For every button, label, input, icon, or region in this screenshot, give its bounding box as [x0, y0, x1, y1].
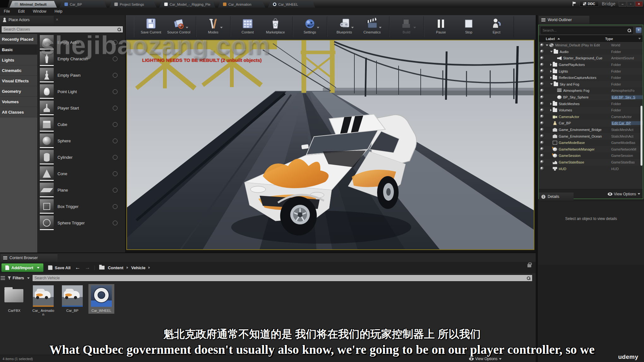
- lock-icon[interactable]: [527, 264, 531, 267]
- outliner-row-game-environment-bridge[interactable]: Game_Environment_BridgeStaticMeshAct: [539, 127, 643, 133]
- type-column-header[interactable]: Type: [605, 37, 613, 41]
- filters-button[interactable]: Filters: [8, 276, 30, 280]
- edit-asset-link[interactable]: Edit Car_BP: [611, 121, 643, 125]
- outliner-row-car-bp[interactable]: Car_BPEdit Car_BP: [539, 120, 643, 127]
- outliner-row-gamesession[interactable]: GameSessionGameSession: [539, 152, 643, 159]
- visibility-eye-icon[interactable]: [540, 63, 544, 67]
- back-arrow-button[interactable]: ←: [75, 264, 80, 271]
- ddc-button[interactable]: DDC: [580, 1, 599, 7]
- settings-button[interactable]: Settings: [296, 16, 324, 37]
- world-outliner-tab[interactable]: World Outliner: [539, 16, 589, 24]
- forward-arrow-button[interactable]: →: [85, 264, 90, 271]
- drag-handle-icon[interactable]: [113, 73, 117, 78]
- place-item-point-light[interactable]: Point Light: [39, 83, 125, 100]
- close-icon[interactable]: ✕: [56, 18, 58, 22]
- restore-button[interactable]: ▫: [627, 1, 635, 7]
- visibility-eye-icon[interactable]: [540, 141, 544, 145]
- breadcrumb-vehicle[interactable]: Vehicle: [131, 265, 146, 270]
- label-column-header[interactable]: Label: [546, 37, 555, 41]
- place-item-box-trigger[interactable]: Box Trigger: [39, 198, 125, 215]
- category-visual-effects[interactable]: Visual Effects: [0, 76, 37, 86]
- outliner-row-sky-and-fog[interactable]: Sky and FogFolder: [539, 81, 643, 88]
- outliner-row-minimal-default-play-in-edit[interactable]: Minimal_Default (Play In EditWorld: [539, 42, 643, 49]
- place-item-sphere[interactable]: Sphere: [39, 133, 125, 149]
- category-basic[interactable]: Basic: [0, 45, 37, 55]
- drag-handle-icon[interactable]: [113, 221, 117, 225]
- outliner-row-volumes[interactable]: VolumesFolder: [539, 107, 643, 114]
- category-all-classes[interactable]: All Classes: [0, 107, 37, 117]
- visibility-eye-icon[interactable]: [540, 95, 544, 99]
- sources-panel-icon[interactable]: [1, 276, 5, 280]
- place-item-cube[interactable]: Cube: [39, 116, 125, 133]
- outliner-view-options[interactable]: View Options: [614, 192, 636, 196]
- outliner-row-atmospheric-fog[interactable]: Atmospheric FogAtmosphericFo: [539, 87, 643, 94]
- save-all-button[interactable]: Save All: [48, 265, 70, 270]
- visibility-eye-icon[interactable]: [540, 154, 544, 158]
- close-button[interactable]: ✕: [635, 1, 643, 7]
- place-item-cylinder[interactable]: Cylinder: [39, 149, 125, 165]
- menu-window[interactable]: Window: [33, 9, 46, 14]
- outliner-row-audio[interactable]: AudioFolder: [539, 49, 643, 55]
- asset-car-wheel[interactable]: Car_WHEEL: [88, 284, 114, 314]
- drag-handle-icon[interactable]: [113, 122, 117, 127]
- visibility-eye-icon[interactable]: [540, 76, 544, 80]
- visibility-eye-icon[interactable]: [540, 115, 544, 119]
- details-tab[interactable]: i Details: [539, 193, 574, 201]
- drag-handle-icon[interactable]: [113, 106, 117, 110]
- place-item-cone[interactable]: Cone: [39, 165, 125, 182]
- content-view-options[interactable]: View Options: [469, 357, 502, 361]
- outliner-row-reflectioncaptureactors[interactable]: ReflectionCaptureActorsFolder: [539, 74, 643, 81]
- cinematics-button[interactable]: Cinematics: [358, 16, 386, 37]
- visibility-eye-icon[interactable]: [540, 134, 544, 138]
- expander-icon[interactable]: [550, 83, 553, 85]
- asset-car-animation[interactable]: Car_ Animation: [30, 284, 56, 317]
- category-recently-placed[interactable]: Recently Placed: [0, 34, 37, 45]
- category-lights[interactable]: Lights: [0, 55, 37, 65]
- chevron-down-icon[interactable]: [638, 38, 641, 39]
- outliner-row-gameplayactors[interactable]: GamePlayActorsFolder: [539, 62, 643, 68]
- drag-handle-icon[interactable]: [113, 188, 117, 193]
- tab-minimal-default[interactable]: Minimal_Default: [9, 1, 57, 8]
- outliner-row-gamenetworkmanager[interactable]: GameNetworkManagerGameNetworkM: [539, 146, 643, 153]
- outliner-row-hud[interactable]: HUDHUD: [539, 165, 643, 172]
- drag-handle-icon[interactable]: [113, 171, 117, 176]
- menu-file[interactable]: File: [4, 9, 10, 14]
- outliner-row-starter-background-cue[interactable]: Starter_Background_CueAmbientSound: [539, 55, 643, 62]
- place-actors-tab[interactable]: Place Actors: [0, 16, 54, 24]
- place-item-sphere-trigger[interactable]: Sphere Trigger: [39, 215, 125, 231]
- outliner-row-game-environment-ocean[interactable]: Game_Environment_OceanStaticMeshAct: [539, 133, 643, 139]
- visibility-eye-icon[interactable]: [540, 89, 544, 93]
- visibility-eye-icon[interactable]: [540, 56, 544, 60]
- tab-car-model-rigging-ple[interactable]: Car_Model_-_Rigging_Ple: [159, 1, 215, 8]
- place-item-empty-pawn[interactable]: Empty Pawn: [39, 67, 125, 83]
- asset-search-input[interactable]: [34, 276, 527, 280]
- visibility-eye-icon[interactable]: [540, 102, 544, 106]
- expander-icon[interactable]: [550, 103, 552, 105]
- visibility-eye-icon[interactable]: [540, 50, 544, 54]
- place-item-player-start[interactable]: Player Start: [39, 100, 125, 116]
- outliner-row-gamemodebase[interactable]: GameModeBaseGameModeBas: [539, 139, 643, 146]
- outliner-row-lights[interactable]: LightsFolder: [539, 68, 643, 74]
- visibility-eye-icon[interactable]: [540, 128, 544, 132]
- drag-handle-icon[interactable]: [113, 139, 117, 143]
- expander-icon[interactable]: [550, 51, 553, 52]
- pause-button[interactable]: Pause: [427, 16, 455, 37]
- breadcrumb-separator-icon[interactable]: [148, 266, 150, 269]
- tab-car-wheel[interactable]: Car_WHEEL: [268, 1, 315, 8]
- outliner-search-input[interactable]: [543, 28, 628, 32]
- drag-handle-icon[interactable]: [113, 89, 117, 94]
- visibility-eye-icon[interactable]: [540, 167, 544, 171]
- place-item-plane[interactable]: Plane: [39, 182, 125, 198]
- tab-project-settings[interactable]: Project Settings: [109, 1, 157, 8]
- outliner-scrollbar[interactable]: [641, 106, 642, 166]
- tab-car-animation[interactable]: Car_Animation: [218, 1, 265, 8]
- asset-carfbx[interactable]: CarFBX: [1, 284, 27, 314]
- flag-icon[interactable]: [573, 2, 576, 6]
- breadcrumb-content[interactable]: Content: [108, 265, 123, 270]
- minimize-button[interactable]: –: [619, 1, 626, 7]
- outliner-row-bp-sky-sphere[interactable]: BP_Sky_SphereEdit BP_Sky_S: [539, 94, 643, 101]
- add-import-button[interactable]: Add/Import: [1, 263, 44, 272]
- blueprints-button[interactable]: Blueprints: [330, 16, 358, 37]
- visibility-eye-icon[interactable]: [540, 160, 544, 164]
- tab-car-bp[interactable]: Car_BP: [59, 1, 107, 8]
